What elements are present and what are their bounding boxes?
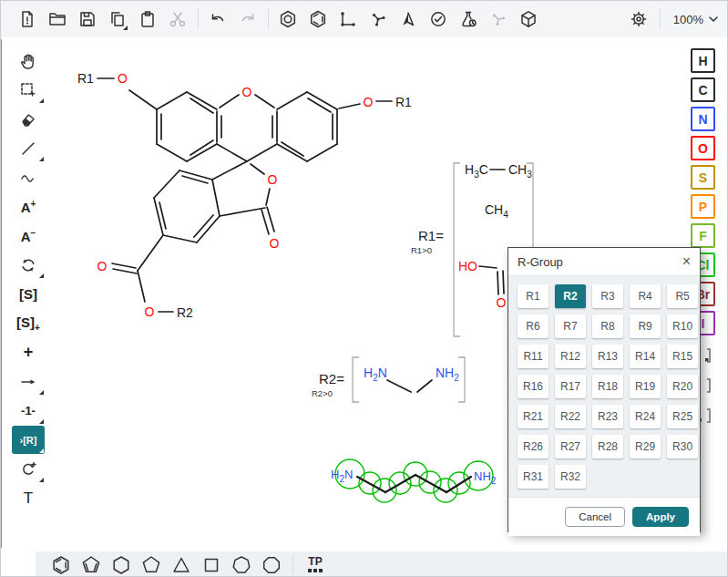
topbar-right-group: 100% [628, 7, 718, 31]
calculate-cip-button[interactable] [396, 7, 419, 31]
r-group-option-r3[interactable]: R3 [592, 284, 623, 308]
text-tool-button[interactable]: T [12, 484, 45, 512]
r-group-option-r16[interactable]: R16 [518, 375, 549, 398]
element-button-c[interactable]: C [691, 77, 715, 102]
r-group-option-r11[interactable]: R11 [518, 345, 549, 368]
r-group-option-r7[interactable]: R7 [555, 314, 586, 338]
copy-button[interactable] [106, 7, 128, 31]
r-group-dialog: R-Group × R1 R2 R3 R4 R5 R6 R7 R8 R9 R10… [508, 247, 701, 532]
charge-minus-tool-button[interactable]: A− [12, 222, 45, 250]
single-bond-tool-button[interactable] [12, 134, 45, 162]
element-button-p[interactable]: P [691, 194, 715, 219]
r-group-option-r5[interactable]: R5 [667, 284, 698, 308]
rotate-tool-button[interactable] [12, 251, 45, 279]
cut-button[interactable] [166, 7, 189, 31]
rotate-plus-tool-button[interactable] [12, 455, 45, 483]
zoom-selector[interactable]: 100% [673, 13, 718, 26]
paste-button[interactable] [136, 7, 159, 31]
rectangle-selection-tool-button[interactable] [12, 76, 45, 104]
hand-tool-button[interactable] [12, 46, 45, 75]
template-cyclohexane-button[interactable] [110, 554, 132, 576]
r-group-option-r24[interactable]: R24 [630, 405, 661, 428]
atom-label: CH4 [485, 202, 508, 220]
dialog-title: R-Group [518, 255, 563, 269]
r-group-option-r17[interactable]: R17 [555, 375, 586, 398]
template-library-button[interactable]: TP [308, 557, 323, 572]
canvas-left-edge [1, 39, 2, 548]
template-cyclobutane-button[interactable] [200, 554, 222, 576]
r-group-option-r18[interactable]: R18 [592, 375, 623, 398]
clean-up-button[interactable] [366, 7, 389, 31]
r-group-option-r32[interactable]: R32 [555, 465, 586, 489]
explicit-hydrogens-button[interactable] [487, 7, 509, 31]
r-group-option-r21[interactable]: R21 [518, 405, 549, 428]
element-button-h[interactable]: H [691, 48, 715, 73]
data-s-group-tool-button[interactable]: [S]+ [12, 309, 45, 337]
r-group-option-r14[interactable]: R14 [630, 345, 661, 368]
aromatize-button[interactable] [276, 7, 299, 31]
s-group-tool-button[interactable]: [S] [12, 280, 45, 308]
atom-label: H3C [465, 162, 488, 180]
settings-gear-icon [630, 10, 648, 28]
r-group-option-r6[interactable]: R6 [518, 314, 549, 338]
toolbar-divider [292, 555, 293, 575]
r-group-option-r13[interactable]: R13 [592, 345, 623, 368]
r-group-option-r10[interactable]: R10 [667, 314, 698, 338]
element-button-s[interactable]: S [691, 165, 715, 190]
template-cyclopentane-button[interactable] [140, 554, 162, 576]
reaction-arrow-tool-button[interactable] [12, 367, 45, 396]
main-molecule[interactable]: R1 O O O R1 O O O O R2 [77, 71, 412, 320]
settings-button[interactable] [628, 7, 651, 31]
check-structure-button[interactable] [426, 7, 449, 31]
r-group-option-r28[interactable]: R28 [592, 435, 623, 459]
r-group-option-r8[interactable]: R8 [592, 314, 623, 338]
template-cyclooctane-button[interactable] [261, 554, 282, 576]
r2-definition-fragment[interactable]: R2= R2>0 H2N NH2 [312, 357, 465, 402]
open-button[interactable] [46, 7, 68, 31]
r-group-option-r30[interactable]: R30 [667, 435, 698, 459]
selected-chain-molecule[interactable]: H2N NH2 [331, 459, 497, 502]
undo-button[interactable] [206, 7, 229, 31]
r-group-option-r25[interactable]: R25 [667, 405, 698, 428]
redo-button[interactable] [236, 7, 259, 31]
element-button-o[interactable]: O [691, 136, 715, 160]
r-group-option-r9[interactable]: R9 [630, 314, 661, 338]
erase-tool-button[interactable] [12, 105, 45, 133]
cancel-button[interactable]: Cancel [565, 507, 625, 527]
r-group-option-r19[interactable]: R19 [630, 375, 661, 398]
template-cyclopentadiene-button[interactable] [80, 554, 102, 576]
dearomatize-button[interactable] [306, 7, 329, 31]
r-group-option-r12[interactable]: R12 [555, 345, 586, 368]
charge-plus-tool-button[interactable]: A+ [12, 192, 45, 221]
r-group-option-r29[interactable]: R29 [630, 435, 661, 459]
r-group-label-tool-button[interactable]: ›[R] [12, 426, 45, 454]
template-cyclopropane-button[interactable] [170, 554, 192, 576]
close-icon[interactable]: × [682, 254, 691, 269]
r-group-option-r15[interactable]: R15 [667, 345, 698, 368]
3d-viewer-button[interactable] [517, 7, 539, 31]
r-group-option-r20[interactable]: R20 [667, 375, 698, 398]
calculated-values-button[interactable] [456, 7, 479, 31]
r-group-option-r23[interactable]: R23 [592, 405, 623, 428]
save-button[interactable] [76, 7, 98, 31]
r-group-option-r26[interactable]: R26 [518, 435, 549, 459]
r-group-option-r4[interactable]: R4 [630, 284, 661, 308]
r-group-option-r2[interactable]: R2 [555, 284, 586, 308]
r-group-option-r31[interactable]: R31 [518, 465, 549, 489]
template-cycloheptane-button[interactable] [231, 554, 252, 576]
reaction-plus-tool-button[interactable]: + [12, 338, 45, 366]
r-group-glyph: ›[R] [20, 435, 37, 446]
r-group-option-r27[interactable]: R27 [555, 435, 586, 459]
element-button-f[interactable]: F [691, 223, 715, 248]
new-document-button[interactable] [15, 7, 38, 31]
template-toolbar: TP [36, 551, 727, 577]
reaction-mapping-tool-button[interactable]: -1- [12, 397, 45, 425]
template-benzene-button[interactable] [50, 554, 72, 576]
reaction-mapping-glyph: -1- [21, 404, 36, 417]
element-button-n[interactable]: N [691, 107, 715, 131]
r-group-option-r22[interactable]: R22 [555, 405, 586, 428]
layout-button[interactable] [336, 7, 359, 31]
chain-tool-button[interactable] [12, 163, 45, 191]
apply-button[interactable]: Apply [632, 507, 689, 527]
r-group-option-r1[interactable]: R1 [518, 284, 549, 308]
